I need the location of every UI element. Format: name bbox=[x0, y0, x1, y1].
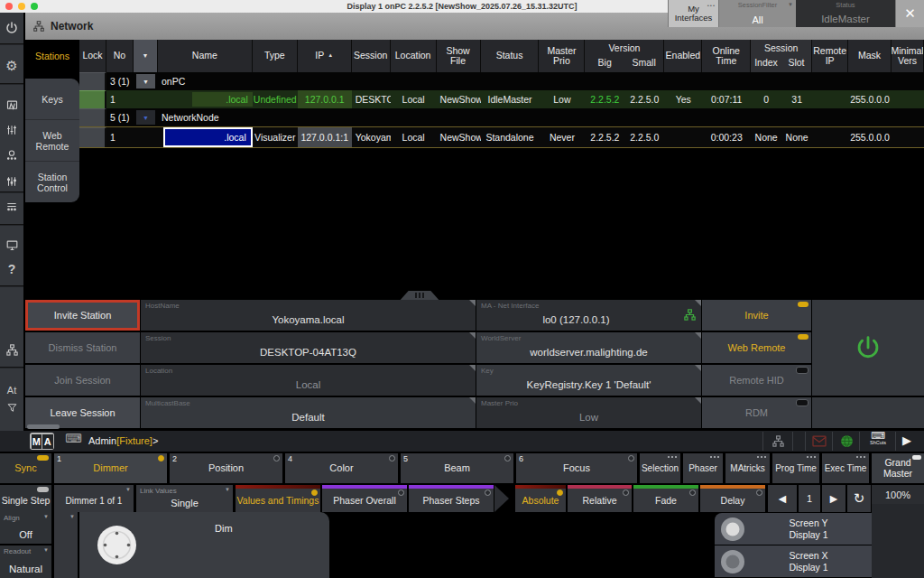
multicast-base-field[interactable]: MulticastBaseDefault bbox=[141, 397, 476, 428]
session-name-field[interactable]: SessionDESKTOP-04AT13Q bbox=[141, 332, 476, 363]
invite-toggle-button[interactable]: Invite bbox=[702, 300, 811, 331]
presettype-position[interactable]: 2 Position bbox=[170, 453, 282, 483]
readout-dropdown[interactable]: Readout ▼ Natural bbox=[0, 545, 51, 578]
presettype-focus[interactable]: 6 Focus bbox=[516, 453, 637, 483]
col-session-group[interactable]: Session IndexSlot bbox=[751, 40, 812, 72]
keyboard-icon[interactable]: ⌨ bbox=[65, 432, 82, 445]
invite-station-button[interactable]: Invite Station bbox=[25, 300, 140, 331]
dismiss-station-button[interactable]: Dismiss Station bbox=[25, 332, 140, 363]
col-type[interactable]: Type bbox=[253, 40, 298, 72]
col-ip[interactable]: IP▲ bbox=[298, 40, 352, 72]
help-icon[interactable]: ? bbox=[0, 259, 23, 279]
tab-keys[interactable]: Keys bbox=[25, 79, 79, 120]
displays-icon[interactable] bbox=[0, 235, 23, 255]
presettype-color[interactable]: 4 Color bbox=[285, 453, 398, 483]
location-field[interactable]: LocationLocal bbox=[141, 365, 476, 396]
table-row-group-onpc[interactable]: 3 (1) ▼ onPC bbox=[79, 72, 924, 90]
at-key[interactable]: At bbox=[0, 383, 23, 397]
align-dropdown[interactable]: Align ▼ Off bbox=[0, 512, 51, 544]
hostname-field[interactable]: HostNameYokoyama.local bbox=[141, 300, 476, 331]
selected-name-cell[interactable]: .local bbox=[163, 127, 253, 147]
col-location[interactable]: Location bbox=[391, 40, 437, 72]
tab-phaser-overall[interactable]: Phaser Overall bbox=[322, 485, 407, 512]
col-enabled[interactable]: Enabled bbox=[664, 40, 702, 72]
tab-station-control[interactable]: Station Control bbox=[25, 162, 79, 202]
phaser-button[interactable]: Phaser bbox=[683, 453, 723, 483]
join-session-button[interactable]: Join Session bbox=[25, 365, 140, 396]
presettype-dimmer[interactable]: 1 Dimmer bbox=[54, 453, 167, 483]
column-filter-button[interactable]: ▼ bbox=[134, 40, 158, 72]
network-status-icon[interactable] bbox=[772, 434, 785, 448]
col-remote-ip[interactable]: Remote IP bbox=[812, 40, 848, 72]
col-version-group[interactable]: Version BigSmall bbox=[585, 40, 664, 72]
grand-master-fader[interactable]: Grand Master 100% bbox=[872, 453, 924, 578]
command-line-input[interactable]: Admin[Fixture]> bbox=[88, 435, 158, 446]
my-interfaces-button[interactable]: ••• My Interfaces bbox=[668, 0, 718, 27]
screen-y-encoder[interactable]: Screen YDisplay 1 bbox=[715, 513, 872, 545]
encoder-link-loop-icon[interactable]: ↻ bbox=[847, 485, 871, 512]
mode-absolute-button[interactable]: Absolute bbox=[515, 485, 566, 512]
table-row-group-networknode[interactable]: 5 (1) ▼ NetworkNode bbox=[79, 108, 924, 126]
sync-button[interactable]: Sync bbox=[0, 453, 51, 483]
mode-relative-button[interactable]: Relative bbox=[568, 485, 632, 512]
remote-hid-toggle-button[interactable]: Remote HID bbox=[702, 365, 811, 396]
tab-web-remote[interactable]: Web Remote bbox=[25, 120, 79, 162]
col-online-time[interactable]: Online Time bbox=[702, 40, 751, 72]
filter-funnel-icon[interactable] bbox=[0, 399, 23, 415]
selection-button[interactable]: Selection bbox=[640, 453, 680, 483]
prog-time-button[interactable]: Prog Time bbox=[772, 453, 819, 483]
col-mask[interactable]: Mask bbox=[848, 40, 892, 72]
dim-encoder[interactable]: Dim bbox=[79, 512, 329, 578]
mode-delay-button[interactable]: Delay bbox=[700, 485, 765, 512]
screen-x-encoder[interactable]: Screen XDisplay 1 bbox=[715, 545, 872, 577]
horizontal-scrollbar[interactable] bbox=[27, 424, 60, 429]
col-master-prio[interactable]: Master Prio bbox=[539, 40, 585, 72]
master-prio-field[interactable]: Master PrioLow bbox=[476, 397, 701, 428]
tab-phaser-steps[interactable]: Phaser Steps bbox=[409, 485, 494, 512]
col-session[interactable]: Session bbox=[352, 40, 391, 72]
screen-y-knob-icon[interactable] bbox=[720, 517, 745, 542]
page-number[interactable]: 1 bbox=[799, 485, 820, 512]
col-no[interactable]: No bbox=[106, 40, 134, 72]
col-showfile[interactable]: Show File bbox=[437, 40, 481, 72]
single-step-button[interactable]: Single Step bbox=[0, 485, 51, 512]
page-prev-button[interactable]: ◄ bbox=[768, 485, 797, 512]
network-tree-icon[interactable] bbox=[0, 340, 23, 359]
tab-stations[interactable]: Stations bbox=[25, 40, 79, 71]
group-collapse-button[interactable]: ▼ bbox=[136, 74, 155, 89]
rdm-toggle-button[interactable]: RDM bbox=[702, 397, 811, 428]
worldserver-globe-icon[interactable] bbox=[839, 434, 855, 449]
page-next-button[interactable]: ► bbox=[822, 485, 845, 512]
close-window-button[interactable]: ✕ bbox=[895, 0, 924, 27]
power-icon[interactable] bbox=[0, 18, 23, 38]
network-power-button[interactable] bbox=[812, 300, 924, 396]
link-values-dropdown[interactable]: Link Values ▼ Single bbox=[136, 485, 233, 512]
mode-fade-button[interactable]: Fade bbox=[633, 485, 698, 512]
encoder-side-cell[interactable]: ▼ bbox=[54, 512, 78, 578]
col-minimal-version[interactable]: Minimal Vers bbox=[892, 40, 924, 72]
worldserver-field[interactable]: WorldServerworldserver.malighting.de bbox=[476, 332, 701, 363]
patch-faders-icon[interactable] bbox=[0, 172, 23, 191]
exec-time-button[interactable]: Exec Time bbox=[822, 453, 869, 483]
encoder-knob-icon[interactable] bbox=[96, 524, 138, 566]
panel-resize-grip[interactable] bbox=[394, 291, 445, 300]
presettype-beam[interactable]: 5 Beam bbox=[401, 453, 513, 483]
table-row-station-onpc[interactable]: 1 .local Undefined 127.0.0.1 DESKTOP- Lo… bbox=[79, 90, 924, 108]
station-name-cell[interactable]: .local bbox=[192, 92, 253, 107]
col-name[interactable]: Name bbox=[158, 40, 253, 72]
web-remote-toggle-button[interactable]: Web Remote bbox=[702, 332, 811, 363]
faders-icon[interactable] bbox=[0, 120, 23, 140]
col-status[interactable]: Status bbox=[481, 40, 540, 72]
key-field[interactable]: KeyKeyRegistry.Key 1 'Default' bbox=[476, 365, 701, 396]
setup-window-icon[interactable] bbox=[0, 95, 23, 115]
screen-x-knob-icon[interactable] bbox=[720, 549, 745, 574]
settings-gear-icon[interactable]: ⚙ bbox=[0, 56, 23, 76]
tab-values-and-timings[interactable]: Values and Timings bbox=[236, 485, 320, 512]
group-collapse-button[interactable]: ▼ bbox=[136, 110, 155, 125]
commandline-forward-icon[interactable]: ▶ bbox=[902, 434, 911, 447]
fixture-icon[interactable] bbox=[0, 145, 23, 165]
executor-bar-icon[interactable] bbox=[0, 197, 23, 217]
wheel-select-dropdown[interactable]: ▼ Dimmer 1 of 1 bbox=[54, 485, 134, 512]
ma-net-interface-field[interactable]: MA - Net Interface lo0 (127.0.0.1) bbox=[476, 300, 701, 331]
session-filter-dropdown[interactable]: SessionFilter All ▼ bbox=[718, 0, 796, 27]
